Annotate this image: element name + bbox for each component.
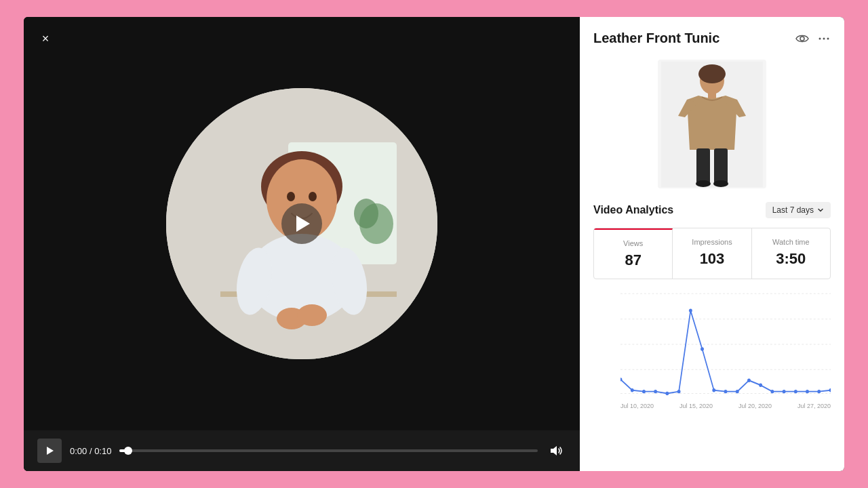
svg-point-41 — [654, 390, 657, 393]
svg-point-39 — [631, 388, 634, 392]
metric-watch-time-value: 3:50 — [776, 250, 806, 268]
metric-watch-time-label: Watch time — [772, 238, 810, 246]
product-title: Leather Front Tunic — [593, 30, 719, 46]
svg-point-50 — [759, 384, 762, 387]
date-filter-label: Last 7 days — [772, 205, 814, 215]
svg-point-51 — [770, 390, 774, 393]
video-circle — [166, 88, 437, 359]
svg-marker-15 — [551, 446, 557, 455]
play-button-overlay[interactable] — [281, 203, 322, 244]
svg-point-53 — [794, 390, 797, 393]
svg-rect-24 — [696, 148, 710, 184]
svg-point-54 — [806, 390, 809, 393]
svg-point-56 — [829, 388, 831, 392]
svg-point-13 — [287, 192, 295, 201]
svg-point-45 — [701, 347, 704, 350]
volume-button[interactable] — [546, 441, 566, 461]
svg-rect-25 — [714, 148, 728, 184]
progress-bar[interactable] — [119, 449, 538, 452]
svg-point-14 — [309, 192, 317, 201]
svg-point-55 — [817, 390, 821, 393]
svg-point-18 — [823, 37, 825, 39]
metric-views: Views 87 — [594, 228, 673, 279]
svg-point-26 — [696, 180, 711, 187]
svg-point-42 — [665, 392, 669, 395]
chart-x-label-3: Jul 20, 2020 — [738, 403, 772, 409]
video-panel: × — [24, 17, 580, 471]
svg-point-46 — [712, 388, 715, 392]
close-button[interactable]: × — [36, 29, 55, 48]
control-play-icon — [47, 447, 54, 455]
video-area — [24, 17, 580, 430]
svg-point-43 — [677, 390, 681, 393]
svg-point-27 — [713, 180, 728, 187]
metric-impressions: Impressions 103 — [673, 228, 751, 279]
eye-icon-button[interactable] — [795, 32, 809, 45]
control-play-button[interactable] — [37, 439, 62, 463]
time-display: 0:00 / 0:10 — [70, 446, 111, 456]
svg-point-47 — [724, 390, 728, 393]
analytics-title: Video Analytics — [593, 204, 673, 216]
svg-point-19 — [827, 37, 829, 39]
date-filter-button[interactable]: Last 7 days — [766, 202, 831, 218]
info-panel: Leather Front Tunic — [580, 17, 844, 471]
metrics-row: Views 87 Impressions 103 Watch time 3:50 — [593, 228, 831, 279]
progress-thumb[interactable] — [124, 447, 132, 455]
chart-x-label-1: Jul 10, 2020 — [620, 403, 654, 409]
info-header: Leather Front Tunic — [580, 17, 844, 53]
svg-point-12 — [297, 304, 327, 326]
header-icons — [795, 32, 831, 45]
analytics-section: Video Analytics Last 7 days Views 87 Imp… — [580, 202, 844, 419]
chart-x-label-2: Jul 15, 2020 — [679, 403, 713, 409]
play-icon — [296, 216, 310, 232]
svg-point-44 — [689, 309, 692, 312]
chart-x-label-4: Jul 27, 2020 — [797, 403, 831, 409]
video-controls: 0:00 / 0:10 — [24, 430, 580, 471]
svg-point-22 — [698, 64, 726, 83]
analytics-chart: 60 45 30 15 0 — [620, 290, 831, 399]
svg-point-48 — [736, 390, 739, 393]
more-options-button[interactable] — [817, 32, 831, 45]
svg-point-16 — [800, 37, 804, 41]
metric-impressions-value: 103 — [700, 250, 725, 268]
chart-x-labels: Jul 10, 2020 Jul 15, 2020 Jul 20, 2020 J… — [620, 403, 831, 409]
svg-point-49 — [747, 379, 751, 382]
main-container: × — [24, 17, 844, 471]
svg-point-3 — [354, 199, 378, 228]
metric-impressions-label: Impressions — [692, 238, 732, 246]
product-image-section — [580, 53, 844, 202]
svg-point-40 — [642, 390, 646, 393]
metric-views-value: 87 — [625, 251, 641, 269]
svg-point-17 — [819, 37, 821, 39]
analytics-header: Video Analytics Last 7 days — [593, 202, 831, 218]
metric-views-label: Views — [623, 239, 643, 247]
svg-point-52 — [783, 390, 786, 393]
product-image — [658, 60, 766, 188]
chart-container: 60 45 30 15 0 — [593, 290, 831, 412]
metric-watch-time: Watch time 3:50 — [752, 228, 830, 279]
